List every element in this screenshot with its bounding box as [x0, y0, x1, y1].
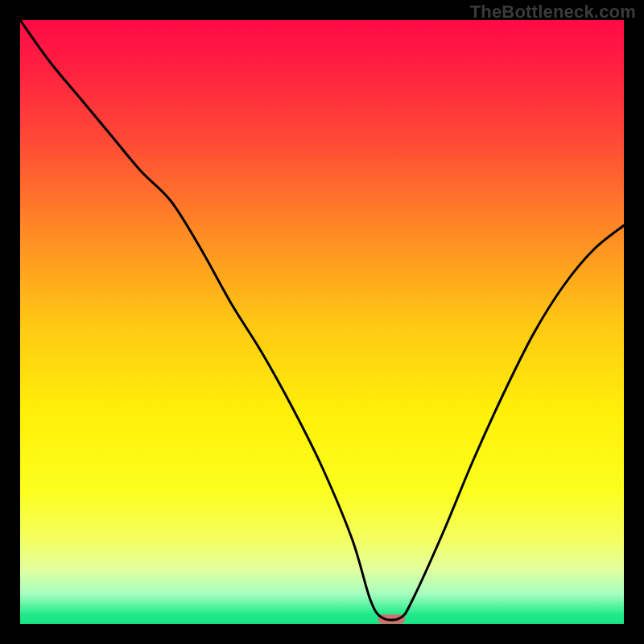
- plot-area: [20, 20, 624, 624]
- watermark-text: TheBottleneck.com: [470, 2, 636, 23]
- bottleneck-chart: [20, 20, 624, 624]
- chart-frame: TheBottleneck.com: [0, 0, 644, 644]
- plot-background: [20, 20, 624, 624]
